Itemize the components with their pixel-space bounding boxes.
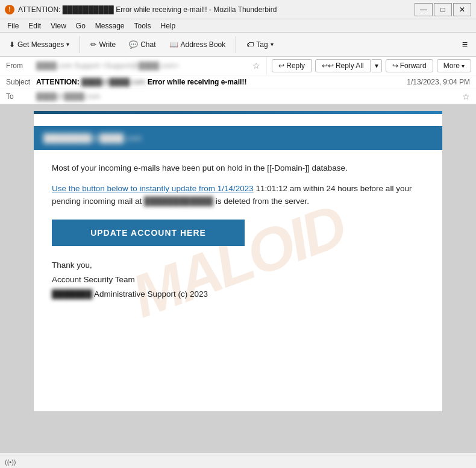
reply-icon: ↩: [278, 62, 284, 70]
chat-button[interactable]: 💬 Chat: [124, 37, 161, 52]
address-book-icon: 📖: [169, 40, 178, 49]
forward-icon: ↪: [392, 62, 398, 70]
more-arrow-icon: ▾: [462, 63, 465, 69]
get-messages-icon: ⬇: [9, 40, 15, 49]
toolbar-separator-2: [236, 36, 236, 53]
email-banner: ████████@████.com: [34, 126, 442, 150]
more-button[interactable]: More ▾: [437, 59, 471, 72]
email-body-inner: ████████@████.com Most of your incoming …: [34, 111, 442, 320]
get-messages-button[interactable]: ⬇ Get Messages ▾: [4, 37, 75, 52]
menu-tools[interactable]: Tools: [130, 21, 156, 31]
menu-help[interactable]: Help: [156, 21, 181, 31]
address-book-button[interactable]: 📖 Address Book: [164, 37, 231, 52]
menu-hamburger[interactable]: ≡: [457, 37, 472, 52]
window-title: ATTENTION: ██████████ Error while receiv…: [18, 5, 415, 14]
subject-error: Error while receiving e-mail!!: [148, 78, 247, 86]
banner-text: ████████@████.com: [43, 133, 142, 143]
menu-file[interactable]: File: [2, 21, 23, 31]
email-signature: Thank you, Account Security Team ███████…: [52, 258, 424, 302]
email-header: From ████.com Support <Support@████.com>…: [0, 57, 476, 104]
reply-all-dropdown[interactable]: ▾: [372, 59, 382, 72]
write-button[interactable]: ✏ Write: [85, 37, 121, 52]
maximize-button[interactable]: □: [434, 3, 452, 16]
menu-view[interactable]: View: [46, 21, 71, 31]
to-value: ████@████.com: [36, 92, 459, 101]
tag-icon: 🏷: [246, 40, 254, 49]
update-link[interactable]: Use the button below to instantly update…: [52, 184, 254, 193]
tag-button[interactable]: 🏷 Tag ▾: [241, 37, 278, 52]
chat-icon: 💬: [129, 40, 138, 49]
from-actions-row: From ████.com Support <Support@████.com>…: [0, 57, 476, 75]
subject-label: Subject: [6, 78, 36, 86]
from-value: ████.com Support <Support@████.com>: [36, 62, 249, 70]
to-row: To ████@████.com ☆: [0, 89, 476, 104]
action-buttons: ↩ Reply ↩↩ Reply All ▾ ↪ Forward More ▾: [266, 57, 476, 75]
email-content-area: MALOID ████████@████.com Most of your in…: [0, 104, 476, 453]
forward-button[interactable]: ↪ Forward: [386, 59, 433, 72]
reply-all-button[interactable]: ↩↩ Reply All: [315, 59, 371, 72]
menu-edit[interactable]: Edit: [23, 21, 46, 31]
sig-blurred: ███████: [52, 289, 94, 299]
toolbar-separator-1: [80, 36, 80, 53]
sig-line2: Account Security Team: [52, 273, 424, 287]
from-star[interactable]: ☆: [252, 61, 260, 71]
menubar: File Edit View Go Message Tools Help: [0, 19, 476, 33]
update-account-button[interactable]: UPDATE ACCOUNT HERE: [52, 220, 245, 246]
email-domain-blurred: ████████████: [144, 197, 216, 206]
subject-attention: ATTENTION:: [36, 78, 80, 86]
window-controls: — □ ✕: [415, 3, 471, 16]
close-button[interactable]: ✕: [453, 3, 471, 16]
get-messages-label: Get Messages: [17, 40, 64, 49]
sig-line1: Thank you,: [52, 258, 424, 273]
from-section: From ████.com Support <Support@████.com>…: [0, 58, 266, 73]
email-paragraph1: Most of your incoming e-mails have been …: [52, 162, 424, 174]
statusbar: ((•)): [0, 455, 476, 468]
email-body: MALOID ████████@████.com Most of your in…: [33, 110, 443, 412]
write-icon: ✏: [90, 40, 96, 49]
titlebar: ! ATTENTION: ██████████ Error while rece…: [0, 0, 476, 19]
to-star[interactable]: ☆: [462, 92, 470, 101]
menu-message[interactable]: Message: [90, 21, 130, 31]
toolbar: ⬇ Get Messages ▾ ✏ Write 💬 Chat 📖 Addres…: [0, 33, 476, 57]
app-icon: !: [5, 5, 14, 14]
subject-email: ████@████.com: [81, 78, 148, 86]
to-label: To: [6, 92, 36, 101]
subject-value: ATTENTION: ████@████.com Error while rec…: [36, 78, 407, 86]
get-messages-arrow[interactable]: ▾: [66, 41, 69, 48]
email-date: 1/13/2023, 9:04 PM: [407, 78, 470, 86]
minimize-button[interactable]: —: [415, 3, 433, 16]
subject-row: Subject ATTENTION: ████@████.com Error w…: [0, 75, 476, 89]
email-paragraph2: Use the button below to instantly update…: [52, 183, 424, 207]
menu-go[interactable]: Go: [71, 21, 90, 31]
reply-all-icon: ↩↩: [322, 62, 334, 70]
reply-button[interactable]: ↩ Reply: [272, 59, 312, 72]
status-icon: ((•)): [5, 458, 16, 466]
from-label: From: [6, 62, 36, 70]
sig-line3: ███████ Administrative Support (c) 2023: [52, 287, 424, 302]
